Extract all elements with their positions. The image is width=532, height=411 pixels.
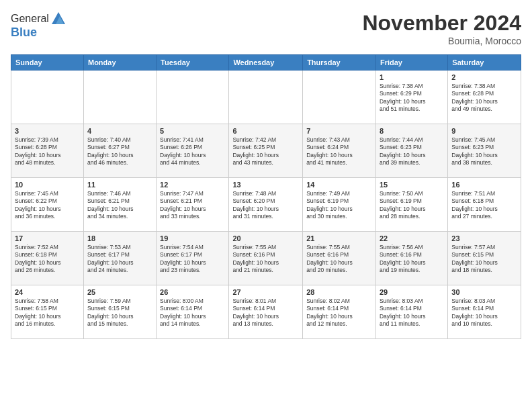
day-info: Sunrise: 7:43 AM Sunset: 6:24 PM Dayligh… xyxy=(306,136,372,167)
calendar-cell: 10Sunrise: 7:45 AM Sunset: 6:22 PM Dayli… xyxy=(11,178,84,232)
day-number: 8 xyxy=(380,127,444,135)
day-number: 18 xyxy=(87,234,152,242)
day-info: Sunrise: 7:49 AM Sunset: 6:19 PM Dayligh… xyxy=(306,190,372,221)
location: Boumia, Morocco xyxy=(362,36,521,46)
day-number: 25 xyxy=(87,288,152,296)
day-info: Sunrise: 7:50 AM Sunset: 6:19 PM Dayligh… xyxy=(380,190,444,221)
calendar-cell xyxy=(83,71,156,124)
weekday-header-sunday: Sunday xyxy=(11,55,84,71)
day-info: Sunrise: 7:55 AM Sunset: 6:16 PM Dayligh… xyxy=(232,244,299,275)
day-info: Sunrise: 7:53 AM Sunset: 6:17 PM Dayligh… xyxy=(87,244,152,275)
weekday-header-row: SundayMondayTuesdayWednesdayThursdayFrid… xyxy=(11,55,521,71)
day-number: 9 xyxy=(451,127,517,135)
calendar-cell: 11Sunrise: 7:46 AM Sunset: 6:21 PM Dayli… xyxy=(83,178,156,232)
day-info: Sunrise: 7:42 AM Sunset: 6:25 PM Dayligh… xyxy=(232,136,299,167)
calendar-cell: 21Sunrise: 7:55 AM Sunset: 6:16 PM Dayli… xyxy=(303,232,376,285)
day-info: Sunrise: 7:48 AM Sunset: 6:20 PM Dayligh… xyxy=(232,190,299,221)
calendar-cell: 2Sunrise: 7:38 AM Sunset: 6:28 PM Daylig… xyxy=(448,71,521,124)
calendar-cell: 6Sunrise: 7:42 AM Sunset: 6:25 PM Daylig… xyxy=(229,124,303,178)
calendar-cell xyxy=(11,71,84,124)
day-info: Sunrise: 7:57 AM Sunset: 6:15 PM Dayligh… xyxy=(451,244,517,275)
day-info: Sunrise: 7:52 AM Sunset: 6:18 PM Dayligh… xyxy=(15,244,80,275)
day-info: Sunrise: 7:46 AM Sunset: 6:21 PM Dayligh… xyxy=(87,190,152,221)
day-number: 3 xyxy=(15,127,80,135)
weekday-header-tuesday: Tuesday xyxy=(157,55,229,71)
calendar-cell xyxy=(303,71,376,124)
day-number: 28 xyxy=(306,288,372,296)
logo: General Blue xyxy=(11,11,66,40)
logo-general-text: General xyxy=(11,13,49,25)
week-row-5: 24Sunrise: 7:58 AM Sunset: 6:15 PM Dayli… xyxy=(11,285,521,339)
calendar-cell: 13Sunrise: 7:48 AM Sunset: 6:20 PM Dayli… xyxy=(229,178,303,232)
day-number: 10 xyxy=(15,181,80,189)
day-number: 11 xyxy=(87,181,152,189)
day-number: 26 xyxy=(160,288,225,296)
calendar-cell: 16Sunrise: 7:51 AM Sunset: 6:18 PM Dayli… xyxy=(448,178,521,232)
day-number: 4 xyxy=(87,127,152,135)
day-info: Sunrise: 7:39 AM Sunset: 6:28 PM Dayligh… xyxy=(15,136,80,167)
calendar-cell: 28Sunrise: 8:02 AM Sunset: 6:14 PM Dayli… xyxy=(303,285,376,339)
calendar-cell xyxy=(229,71,303,124)
day-info: Sunrise: 8:01 AM Sunset: 6:14 PM Dayligh… xyxy=(232,298,299,328)
logo-blue-text: Blue xyxy=(11,26,66,40)
calendar-cell: 25Sunrise: 7:59 AM Sunset: 6:15 PM Dayli… xyxy=(83,285,156,339)
weekday-header-wednesday: Wednesday xyxy=(229,55,303,71)
week-row-2: 3Sunrise: 7:39 AM Sunset: 6:28 PM Daylig… xyxy=(11,124,521,178)
day-info: Sunrise: 8:00 AM Sunset: 6:14 PM Dayligh… xyxy=(160,298,225,328)
weekday-header-thursday: Thursday xyxy=(303,55,376,71)
day-number: 29 xyxy=(380,288,444,296)
day-number: 15 xyxy=(380,181,444,189)
week-row-4: 17Sunrise: 7:52 AM Sunset: 6:18 PM Dayli… xyxy=(11,232,521,285)
calendar-cell: 7Sunrise: 7:43 AM Sunset: 6:24 PM Daylig… xyxy=(303,124,376,178)
calendar-cell: 18Sunrise: 7:53 AM Sunset: 6:17 PM Dayli… xyxy=(83,232,156,285)
day-number: 14 xyxy=(306,181,372,189)
day-info: Sunrise: 7:38 AM Sunset: 6:28 PM Dayligh… xyxy=(451,83,517,113)
calendar-cell: 17Sunrise: 7:52 AM Sunset: 6:18 PM Dayli… xyxy=(11,232,84,285)
day-number: 27 xyxy=(232,288,299,296)
page: General Blue November 2024 Boumia, Moroc… xyxy=(0,0,532,411)
day-info: Sunrise: 7:54 AM Sunset: 6:17 PM Dayligh… xyxy=(160,244,225,275)
calendar-cell: 19Sunrise: 7:54 AM Sunset: 6:17 PM Dayli… xyxy=(157,232,229,285)
weekday-header-saturday: Saturday xyxy=(448,55,521,71)
calendar-table: SundayMondayTuesdayWednesdayThursdayFrid… xyxy=(11,54,521,339)
day-number: 12 xyxy=(160,181,225,189)
calendar-cell: 29Sunrise: 8:03 AM Sunset: 6:14 PM Dayli… xyxy=(375,285,447,339)
day-number: 2 xyxy=(451,73,517,81)
calendar-cell: 5Sunrise: 7:41 AM Sunset: 6:26 PM Daylig… xyxy=(157,124,229,178)
weekday-header-friday: Friday xyxy=(375,55,447,71)
week-row-3: 10Sunrise: 7:45 AM Sunset: 6:22 PM Dayli… xyxy=(11,178,521,232)
day-number: 6 xyxy=(232,127,299,135)
weekday-header-monday: Monday xyxy=(83,55,156,71)
calendar-cell: 1Sunrise: 7:38 AM Sunset: 6:29 PM Daylig… xyxy=(375,71,447,124)
title-block: November 2024 Boumia, Morocco xyxy=(362,11,521,46)
calendar-cell: 8Sunrise: 7:44 AM Sunset: 6:23 PM Daylig… xyxy=(375,124,447,178)
day-number: 21 xyxy=(306,234,372,242)
calendar-cell: 9Sunrise: 7:45 AM Sunset: 6:23 PM Daylig… xyxy=(448,124,521,178)
day-info: Sunrise: 7:59 AM Sunset: 6:15 PM Dayligh… xyxy=(87,298,152,328)
logo-icon xyxy=(50,11,66,27)
day-number: 22 xyxy=(380,234,444,242)
day-info: Sunrise: 7:45 AM Sunset: 6:23 PM Dayligh… xyxy=(451,136,517,167)
day-info: Sunrise: 7:38 AM Sunset: 6:29 PM Dayligh… xyxy=(380,83,444,113)
day-number: 16 xyxy=(451,181,517,189)
day-info: Sunrise: 7:58 AM Sunset: 6:15 PM Dayligh… xyxy=(15,298,80,328)
calendar-cell: 30Sunrise: 8:03 AM Sunset: 6:14 PM Dayli… xyxy=(448,285,521,339)
day-info: Sunrise: 7:45 AM Sunset: 6:22 PM Dayligh… xyxy=(15,190,80,221)
day-info: Sunrise: 8:03 AM Sunset: 6:14 PM Dayligh… xyxy=(380,298,444,328)
calendar-cell: 4Sunrise: 7:40 AM Sunset: 6:27 PM Daylig… xyxy=(83,124,156,178)
calendar-cell: 14Sunrise: 7:49 AM Sunset: 6:19 PM Dayli… xyxy=(303,178,376,232)
day-number: 17 xyxy=(15,234,80,242)
calendar-cell: 24Sunrise: 7:58 AM Sunset: 6:15 PM Dayli… xyxy=(11,285,84,339)
day-info: Sunrise: 7:41 AM Sunset: 6:26 PM Dayligh… xyxy=(160,136,225,167)
day-info: Sunrise: 7:51 AM Sunset: 6:18 PM Dayligh… xyxy=(451,190,517,221)
day-number: 1 xyxy=(380,73,444,81)
day-number: 20 xyxy=(232,234,299,242)
day-info: Sunrise: 7:55 AM Sunset: 6:16 PM Dayligh… xyxy=(306,244,372,275)
calendar-cell xyxy=(157,71,229,124)
week-row-1: 1Sunrise: 7:38 AM Sunset: 6:29 PM Daylig… xyxy=(11,71,521,124)
day-info: Sunrise: 8:03 AM Sunset: 6:14 PM Dayligh… xyxy=(451,298,517,328)
day-info: Sunrise: 7:40 AM Sunset: 6:27 PM Dayligh… xyxy=(87,136,152,167)
calendar-cell: 20Sunrise: 7:55 AM Sunset: 6:16 PM Dayli… xyxy=(229,232,303,285)
calendar-cell: 22Sunrise: 7:56 AM Sunset: 6:16 PM Dayli… xyxy=(375,232,447,285)
header: General Blue November 2024 Boumia, Moroc… xyxy=(11,11,521,46)
